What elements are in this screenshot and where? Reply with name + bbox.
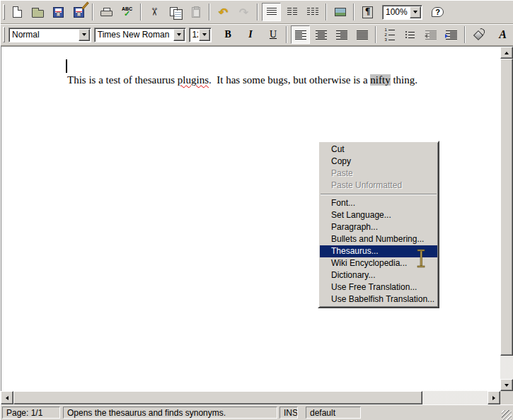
align-left-button[interactable] (291, 25, 310, 44)
scroll-up-button[interactable] (500, 47, 513, 59)
menu-item-use-babelfish-translation[interactable]: Use Babelfish Translation... (320, 293, 437, 305)
chevron-down-icon (177, 33, 181, 36)
toolbar-drag-handle[interactable] (3, 4, 5, 20)
italic-icon: I (248, 29, 252, 40)
font-size-select[interactable]: 12 (189, 28, 212, 42)
print-button[interactable] (97, 3, 116, 21)
font-select[interactable]: Times New Roman (94, 28, 186, 42)
horizontal-scrollbar-track[interactable] (422, 391, 488, 404)
paste-button (186, 3, 205, 21)
scroll-left-button[interactable] (1, 391, 13, 404)
font-dropdown-button[interactable] (173, 29, 185, 41)
toolbar-separator (257, 4, 258, 21)
numbered-list-icon: 1 2 3 (385, 28, 395, 42)
vertical-scrollbar-track[interactable] (500, 356, 513, 379)
toolbar-separator (464, 26, 466, 43)
printer-icon (100, 8, 113, 16)
help-icon: ? (432, 7, 444, 17)
arrow-up-icon (505, 52, 509, 54)
menu-item-copy[interactable]: Copy (320, 156, 437, 168)
scroll-right-button[interactable] (488, 391, 500, 404)
document-text[interactable]: This is a test of thesaurus plugins. It … (67, 74, 417, 86)
status-message: Opens the thesaurus and finds synonyms. (63, 407, 277, 419)
insert-image-button[interactable] (330, 3, 350, 21)
one-column-button[interactable] (262, 3, 281, 21)
menu-item-cut[interactable]: Cut (320, 144, 437, 156)
undo-button[interactable]: ↶ (214, 3, 233, 21)
toolbar-separator (286, 26, 287, 43)
status-insert-mode[interactable]: INS (279, 407, 298, 419)
bullet-list-button[interactable] (400, 25, 420, 44)
open-button[interactable] (28, 3, 47, 21)
window-resize-grip[interactable] (502, 410, 512, 420)
zoom-dropdown-button[interactable] (410, 6, 421, 18)
context-menu: Cut Copy Paste Paste Unformatted Font...… (318, 141, 439, 308)
toolbar-separator (325, 4, 327, 21)
menu-separator (320, 192, 437, 197)
underline-button[interactable]: U (263, 25, 282, 44)
bold-button[interactable]: B (219, 25, 238, 44)
style-select[interactable]: Normal (8, 28, 91, 42)
font-size-value: 12 (190, 28, 198, 42)
toolbar-separator (140, 4, 142, 21)
align-justify-icon (357, 30, 368, 40)
toolbar-drag-handle[interactable] (3, 27, 5, 42)
spellcheck-icon: ABC✓ (122, 6, 132, 18)
new-document-icon (13, 6, 22, 18)
menu-item-paste-unformatted: Paste Unformatted (320, 180, 437, 192)
menu-item-bullets-and-numbering[interactable]: Bullets and Numbering... (320, 233, 437, 245)
standard-toolbar: ABC✓ ✂ ↶ ↷ ¶ 100% ? (1, 1, 513, 24)
menu-item-paragraph[interactable]: Paragraph... (320, 221, 437, 233)
horizontal-scrollbar-row (1, 391, 513, 404)
align-right-icon (336, 30, 347, 40)
cut-button[interactable]: ✂ (145, 3, 164, 21)
zoom-value: 100% (383, 6, 409, 19)
redo-arrow-icon: ↷ (239, 6, 248, 19)
three-columns-button[interactable] (303, 3, 322, 21)
increase-indent-icon (446, 30, 457, 40)
horizontal-scrollbar[interactable] (1, 391, 500, 404)
menu-item-dictionary[interactable]: Dictionary... (320, 269, 437, 281)
menu-item-use-free-translation[interactable]: Use Free Translation... (320, 281, 437, 293)
highlight-color-button[interactable] (469, 25, 488, 44)
i-beam-cursor (417, 249, 426, 269)
align-center-icon (316, 30, 327, 40)
status-page-indicator: Page: 1/1 (2, 407, 60, 419)
numbered-list-button[interactable]: 1 2 3 (380, 25, 399, 44)
align-right-button[interactable] (332, 25, 351, 44)
help-button[interactable]: ? (428, 3, 447, 21)
undo-arrow-icon: ↶ (219, 6, 228, 19)
selected-word[interactable]: nifty (370, 74, 390, 86)
show-formatting-button[interactable]: ¶ (358, 3, 377, 21)
spellcheck-button[interactable]: ABC✓ (117, 3, 137, 21)
save-as-button[interactable] (69, 3, 88, 21)
save-button[interactable] (49, 3, 68, 21)
align-justify-button[interactable] (352, 25, 371, 44)
text-run: . It has some bugs, but otherwise is a (209, 74, 370, 86)
two-columns-button[interactable] (282, 3, 301, 21)
decrease-indent-icon (425, 30, 437, 40)
font-color-button[interactable]: A (493, 25, 512, 44)
align-left-icon (295, 30, 306, 40)
font-size-dropdown-button[interactable] (199, 29, 210, 41)
copy-button[interactable] (166, 3, 185, 21)
vertical-scrollbar-thumb[interactable] (500, 59, 513, 356)
chevron-down-icon (202, 33, 207, 36)
style-dropdown-button[interactable] (79, 29, 90, 41)
zoom-select[interactable]: 100% (382, 5, 422, 20)
misspelled-word[interactable]: plugins (178, 74, 209, 86)
horizontal-scrollbar-thumb[interactable] (13, 391, 422, 404)
new-document-button[interactable] (8, 3, 27, 21)
save-floppy-icon (53, 7, 64, 18)
align-center-button[interactable] (311, 25, 330, 44)
menu-item-set-language[interactable]: Set Language... (320, 209, 437, 221)
open-folder-icon (32, 10, 44, 18)
scroll-down-button[interactable] (500, 379, 513, 391)
clipboard-icon (192, 7, 200, 18)
menu-item-font[interactable]: Font... (320, 197, 437, 209)
image-icon (335, 8, 346, 16)
increase-indent-button[interactable] (442, 25, 461, 44)
italic-button[interactable]: I (241, 25, 260, 44)
vertical-scrollbar[interactable] (500, 47, 513, 391)
scissors-icon: ✂ (148, 8, 161, 17)
